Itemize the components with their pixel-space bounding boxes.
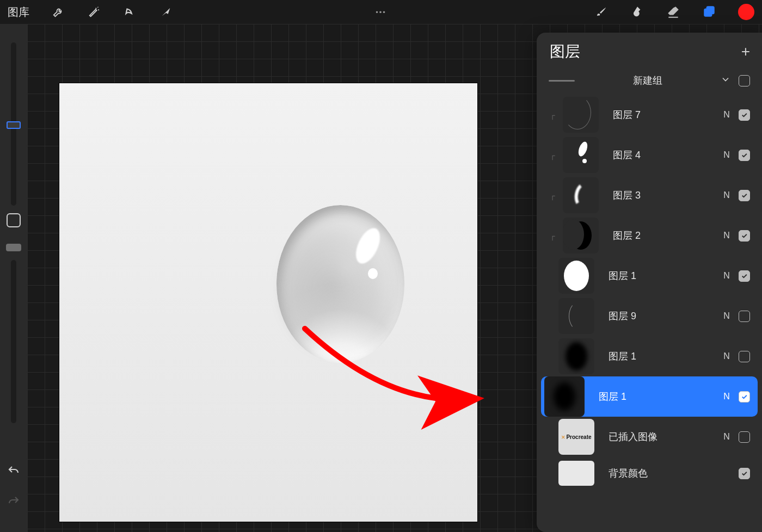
brush-size-handle[interactable] [7,121,21,129]
layer-row[interactable]: . 图层 9 N [537,296,762,336]
layer-visibility-checkbox[interactable] [739,190,750,201]
blend-mode-label[interactable]: N [721,351,732,361]
gallery-button[interactable]: 图库 [8,5,29,20]
layer-row[interactable]: . 图层 1 N [537,256,762,296]
clip-mask-indicator-icon: ┌ [549,111,556,119]
layer-row[interactable]: . 图层 1 N [537,336,762,376]
artwork-water-drop [276,205,404,363]
layer-name: 图层 3 [605,189,715,202]
clip-mask-indicator-icon: ┌ [549,191,556,200]
layer-thumbnail [558,338,594,374]
layer-thumbnail [563,218,599,253]
layer-visibility-checkbox[interactable] [739,431,750,443]
layer-name: 图层 1 [591,390,715,403]
background-visibility-checkbox[interactable] [739,468,750,479]
blend-mode-label[interactable]: N [721,231,732,240]
layer-visibility-checkbox[interactable] [739,270,750,282]
blend-mode-label[interactable]: N [721,271,732,281]
layer-group-row[interactable]: 新建组 [537,71,762,95]
overflow-menu-icon[interactable]: ••• [376,8,386,16]
brush-size-slider[interactable] [11,42,16,206]
canvas[interactable] [59,83,478,522]
blend-mode-label[interactable]: N [721,190,732,200]
workspace: 图层 + 新建组 ┌ 图层 7 N ┌ 图层 4 N ┌ [0,24,762,532]
layer-thumbnail [558,258,594,294]
blend-mode-label[interactable]: N [721,392,732,401]
layer-name: 图层 1 [601,269,715,282]
selection-icon[interactable] [123,5,137,19]
modify-button[interactable] [7,213,21,227]
layer-row[interactable]: ┌ 图层 4 N [537,135,762,175]
redo-icon[interactable] [7,495,20,510]
blend-mode-label[interactable]: N [721,150,732,160]
undo-icon[interactable] [7,465,20,480]
background-label: 背景颜色 [601,467,732,480]
layer-thumbnail [563,137,599,173]
group-thumb [549,80,575,82]
eraser-icon[interactable] [666,5,680,19]
opacity-indicator[interactable] [6,244,21,251]
layer-row[interactable]: ┌ 图层 7 N [537,95,762,135]
layers-panel: 图层 + 新建组 ┌ 图层 7 N ┌ 图层 4 N ┌ [537,33,762,532]
layer-row[interactable]: . Procreate 已插入图像 N [537,417,762,457]
layer-thumbnail: Procreate [558,419,594,455]
active-color-chip[interactable] [738,4,754,20]
layer-visibility-checkbox[interactable] [739,351,750,362]
layer-name: 已插入图像 [601,430,715,443]
group-visibility-checkbox[interactable] [739,75,750,86]
magic-wand-icon[interactable] [87,5,101,19]
layer-thumbnail [544,376,585,417]
layers-panel-title: 图层 [550,41,580,62]
group-label: 新建组 [582,74,712,87]
brush-icon[interactable] [594,5,609,19]
layer-visibility-checkbox[interactable] [739,230,750,242]
top-toolbar: 图库 ••• [0,0,762,24]
clip-mask-indicator-icon: ┌ [549,232,556,240]
add-layer-button[interactable]: + [741,43,750,60]
layer-visibility-checkbox[interactable] [739,311,750,322]
layer-visibility-checkbox[interactable] [739,109,750,121]
move-arrow-icon[interactable] [159,5,173,19]
layer-visibility-checkbox[interactable] [739,391,750,403]
layer-thumbnail [558,298,594,334]
layer-name: 图层 9 [601,310,715,323]
left-sidebar [0,24,27,532]
layer-name: 图层 2 [605,229,715,242]
background-thumbnail [558,461,594,486]
layer-visibility-checkbox[interactable] [739,150,750,161]
smudge-icon[interactable] [630,5,644,19]
brush-opacity-slider[interactable] [11,260,16,423]
layer-name: 图层 4 [605,149,715,162]
chevron-down-icon[interactable] [720,74,731,87]
layer-thumbnail [563,177,599,213]
layer-row[interactable]: ┌ 图层 3 N [537,175,762,215]
blend-mode-label[interactable]: N [721,311,732,321]
clip-mask-indicator-icon: ┌ [549,151,556,159]
blend-mode-label[interactable]: N [721,110,732,120]
layers-icon[interactable] [702,5,716,19]
layer-row-selected[interactable]: 图层 1 N [541,376,758,417]
background-color-row[interactable]: . 背景颜色 [537,457,762,490]
layer-name: 图层 1 [601,350,715,363]
svg-rect-1 [706,6,715,14]
layer-name: 图层 7 [605,108,715,121]
wrench-icon[interactable] [51,5,65,19]
blend-mode-label[interactable]: N [721,432,732,442]
layer-thumbnail [563,97,599,133]
layer-row[interactable]: ┌ 图层 2 N [537,215,762,256]
